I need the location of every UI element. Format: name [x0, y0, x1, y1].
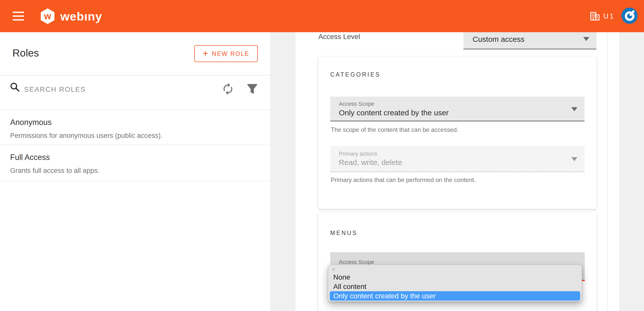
app-header: w webıny U1: [0, 0, 644, 32]
role-description: Permissions for anonymous users (public …: [10, 132, 163, 140]
categories-card-title: CATEGORIES: [330, 71, 381, 78]
tenant-switcher[interactable]: U1: [590, 10, 615, 22]
primary-actions-label: Primary actions: [339, 151, 377, 157]
dropdown-option-only-content-created-by-user[interactable]: Only content created by the user: [330, 291, 580, 301]
search-input[interactable]: [24, 82, 176, 97]
categories-access-scope-select[interactable]: Access Scope Only content created by the…: [330, 97, 584, 121]
categories-card: CATEGORIES Access Scope Only content cre…: [318, 57, 596, 209]
chevron-down-icon: [571, 157, 577, 161]
dropdown-option-all-content[interactable]: All content: [330, 282, 580, 291]
divider: [0, 145, 270, 145]
search-icon: [10, 82, 20, 93]
chevron-down-icon: [571, 107, 577, 111]
brand-wordmark: webıny: [60, 9, 102, 23]
access-level-label: Access Level: [318, 33, 360, 41]
webiny-hexagon-icon: w: [41, 8, 55, 24]
hamburger-menu-icon[interactable]: [13, 12, 24, 21]
access-scope-dropdown-menu: ✓ None All content Only content created …: [328, 265, 582, 302]
primary-actions-value: Read, write, delete: [339, 158, 402, 167]
user-avatar[interactable]: [621, 8, 638, 24]
access-scope-label: Access Scope: [339, 101, 374, 107]
dropdown-option-empty[interactable]: ✓: [330, 266, 580, 272]
tenant-label: U1: [603, 12, 615, 20]
menus-card-title: MENUS: [330, 230, 358, 236]
search-bar: [0, 76, 270, 110]
refresh-icon[interactable]: [221, 82, 235, 96]
role-name: Full Access: [10, 153, 50, 162]
access-scope-value: Only content created by the user: [339, 108, 449, 117]
new-role-button[interactable]: + NEW ROLE: [194, 45, 258, 62]
primary-actions-help-text: Primary actions that can be performed on…: [331, 176, 476, 184]
plus-icon: +: [203, 49, 208, 58]
divider: [0, 181, 270, 181]
dropdown-option-none[interactable]: None: [330, 272, 580, 282]
role-list-item-anonymous[interactable]: Anonymous Permissions for anonymous user…: [0, 118, 270, 145]
chevron-down-icon: [583, 37, 589, 41]
roles-list-panel: Roles + NEW ROLE Anonymous Permissions f…: [0, 32, 270, 311]
role-description: Grants full access to all apps.: [10, 167, 100, 175]
webiny-logo[interactable]: w webıny: [41, 8, 102, 25]
access-level-value: Custom access: [473, 35, 524, 44]
role-list-item-full-access[interactable]: Full Access Grants full access to all ap…: [0, 153, 270, 181]
access-scope-help-text: The scope of the content that can be acc…: [331, 126, 458, 133]
right-edge-panel: [608, 32, 619, 311]
role-name: Anonymous: [10, 118, 52, 127]
page-title: Roles: [12, 47, 39, 59]
access-level-select[interactable]: Custom access: [463, 30, 596, 49]
svg-text:w: w: [44, 11, 51, 21]
divider: [0, 110, 270, 110]
filter-icon[interactable]: [246, 82, 259, 96]
building-icon: [590, 12, 600, 21]
gravatar-icon: [621, 8, 638, 24]
primary-actions-select-disabled: Primary actions Read, write, delete: [330, 146, 584, 172]
webiny-roles-page: w webıny U1: [0, 0, 644, 311]
check-icon: ✓: [332, 266, 336, 272]
